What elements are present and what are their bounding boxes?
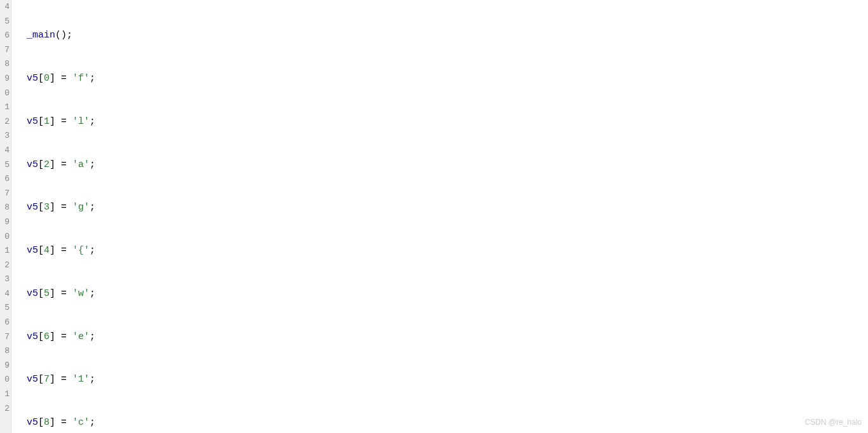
char-literal: 'g' (72, 202, 90, 213)
index: 2 (44, 159, 50, 170)
index: 7 (44, 374, 50, 385)
code-line[interactable]: v5[1] = 'l'; (15, 115, 868, 130)
code-line[interactable]: _main(); (15, 29, 868, 43)
line-number: 9 (0, 72, 10, 86)
variable: v5 (27, 288, 38, 299)
index: 6 (44, 331, 50, 342)
watermark: CSDN @re_halo (805, 418, 862, 427)
char-literal: 'c' (72, 417, 90, 428)
variable: v5 (27, 245, 38, 256)
line-number: 2 (0, 115, 10, 130)
line-number: 8 (0, 344, 10, 359)
index: 4 (44, 245, 50, 256)
index: 3 (44, 202, 50, 213)
variable: v5 (27, 417, 38, 428)
char-literal: 'l' (72, 116, 90, 127)
line-number: 9 (0, 215, 10, 230)
code-line[interactable]: v5[5] = 'w'; (15, 287, 868, 302)
line-number: 3 (0, 272, 10, 287)
char-literal: 'e' (72, 331, 90, 342)
line-number: 9 (0, 359, 10, 373)
line-number: 2 (0, 402, 10, 416)
char-literal: '{' (72, 245, 90, 256)
line-number: 1 (0, 387, 10, 402)
line-number: 5 (0, 301, 10, 316)
line-number: 7 (0, 330, 10, 345)
code-area[interactable]: _main(); v5[0] = 'f'; v5[1] = 'l'; v5[2]… (11, 0, 868, 433)
line-number: 6 (0, 172, 10, 187)
line-number: 5 (0, 158, 10, 173)
variable: v5 (27, 374, 38, 385)
line-number: 6 (0, 29, 10, 43)
line-number: 0 (0, 230, 10, 244)
line-number: 8 (0, 201, 10, 215)
variable: v5 (27, 73, 38, 84)
code-line[interactable]: v5[2] = 'a'; (15, 158, 868, 173)
code-line[interactable]: v5[0] = 'f'; (15, 72, 868, 86)
line-number: 5 (0, 15, 10, 29)
variable: v5 (27, 331, 38, 342)
line-number: 3 (0, 129, 10, 143)
line-number: 0 (0, 86, 10, 101)
char-literal: '1' (72, 374, 90, 385)
variable: v5 (27, 159, 38, 170)
line-number: 8 (0, 57, 10, 72)
line-number: 4 (0, 287, 10, 302)
code-line[interactable]: v5[7] = '1'; (15, 373, 868, 387)
line-number: 0 (0, 373, 10, 387)
code-line[interactable]: v5[8] = 'c'; (15, 416, 868, 430)
line-number: 2 (0, 258, 10, 273)
code-line[interactable]: v5[3] = 'g'; (15, 201, 868, 215)
code-line[interactable]: v5[4] = '{'; (15, 244, 868, 258)
line-number: 6 (0, 316, 10, 330)
char-literal: 'f' (72, 73, 90, 84)
char-literal: 'a' (72, 159, 90, 170)
index: 5 (44, 288, 50, 299)
code-editor: 4 5 6 7 8 9 0 1 2 3 4 5 6 7 8 9 0 1 2 3 … (0, 0, 868, 433)
index: 8 (44, 417, 50, 428)
line-number: 7 (0, 187, 10, 201)
code-line[interactable]: v5[6] = 'e'; (15, 330, 868, 345)
line-number: 4 (0, 0, 10, 15)
line-number-gutter: 4 5 6 7 8 9 0 1 2 3 4 5 6 7 8 9 0 1 2 3 … (0, 0, 11, 433)
index: 0 (44, 73, 50, 84)
code-text: (); (55, 30, 72, 41)
variable: v5 (27, 202, 38, 213)
line-number: 7 (0, 43, 10, 58)
function-call: _main (27, 30, 55, 41)
index: 1 (44, 116, 50, 127)
char-literal: 'w' (72, 288, 90, 299)
line-number: 1 (0, 244, 10, 258)
variable: v5 (27, 116, 38, 127)
line-number: 1 (0, 100, 10, 115)
line-number: 4 (0, 143, 10, 158)
